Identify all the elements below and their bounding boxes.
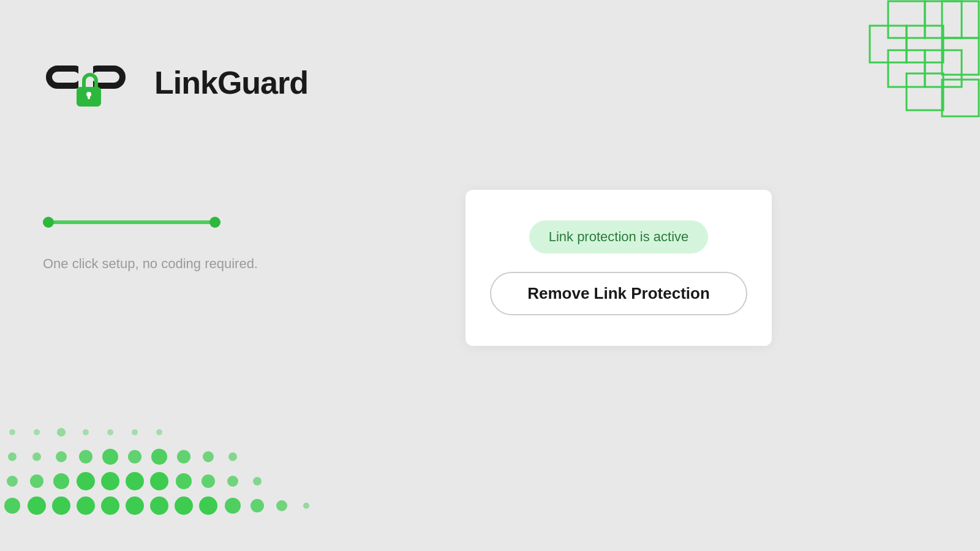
svg-point-17 (34, 429, 40, 435)
svg-point-42 (227, 476, 238, 487)
svg-point-21 (132, 429, 138, 435)
svg-point-52 (199, 497, 217, 515)
svg-point-32 (228, 452, 237, 461)
svg-point-49 (126, 497, 144, 515)
svg-point-23 (8, 452, 17, 461)
progress-dot-right (209, 217, 221, 228)
progress-dot-left (43, 217, 54, 228)
progress-track (43, 220, 221, 224)
svg-point-41 (202, 474, 215, 488)
svg-rect-5 (942, 38, 979, 75)
svg-point-45 (28, 497, 46, 515)
svg-point-36 (77, 472, 95, 490)
svg-point-54 (251, 499, 264, 512)
svg-point-24 (32, 452, 41, 461)
svg-point-53 (225, 498, 241, 514)
svg-point-29 (151, 449, 167, 465)
svg-point-38 (126, 472, 144, 490)
svg-point-30 (177, 450, 190, 463)
progress-area (43, 220, 221, 224)
svg-point-34 (30, 474, 43, 488)
svg-point-55 (276, 500, 287, 511)
svg-point-26 (79, 450, 92, 463)
svg-point-31 (203, 451, 214, 462)
main-card: Link protection is active Remove Link Pr… (466, 190, 772, 346)
svg-rect-2 (942, 1, 979, 38)
svg-point-25 (56, 451, 67, 462)
svg-point-20 (107, 429, 113, 435)
status-badge: Link protection is active (529, 220, 709, 253)
svg-point-37 (101, 472, 119, 490)
svg-point-43 (253, 477, 262, 485)
svg-point-46 (52, 497, 70, 515)
logo-area: LinkGuard (43, 49, 308, 116)
svg-point-48 (101, 497, 119, 515)
svg-rect-15 (88, 94, 90, 99)
svg-point-28 (128, 450, 141, 463)
svg-point-18 (57, 428, 66, 437)
logo-text: LinkGuard (154, 64, 308, 101)
decorative-squares (845, 0, 980, 129)
svg-point-44 (4, 498, 20, 514)
svg-point-16 (9, 429, 15, 435)
svg-point-39 (150, 472, 168, 490)
svg-point-51 (175, 497, 193, 515)
svg-point-40 (176, 473, 192, 489)
logo-icon (43, 49, 147, 116)
svg-point-47 (77, 497, 95, 515)
svg-point-33 (7, 476, 18, 487)
svg-point-35 (53, 473, 69, 489)
svg-point-56 (303, 503, 309, 509)
svg-rect-9 (942, 80, 979, 116)
svg-point-19 (83, 429, 89, 435)
dot-matrix (0, 420, 325, 520)
remove-link-protection-button[interactable]: Remove Link Protection (490, 272, 747, 315)
svg-point-22 (156, 429, 162, 435)
svg-point-50 (150, 497, 168, 515)
svg-point-27 (102, 449, 118, 465)
subtitle-text: One click setup, no coding required. (43, 256, 258, 272)
svg-rect-10 (49, 69, 83, 86)
